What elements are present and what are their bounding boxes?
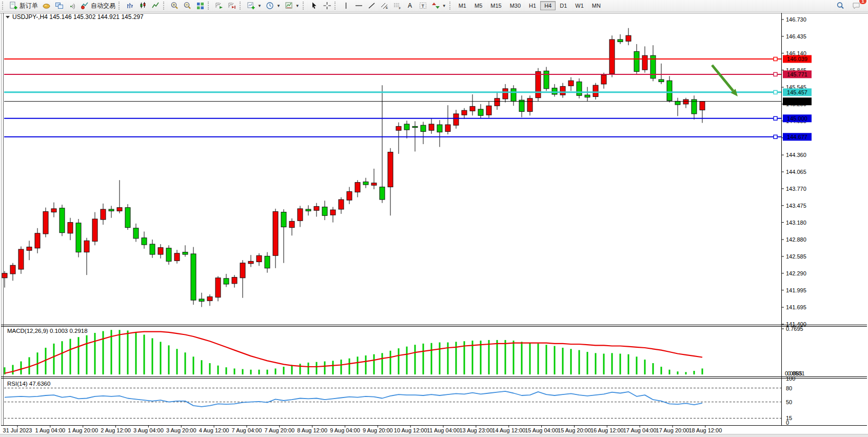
tile-windows-button[interactable]: [194, 1, 207, 11]
chart-shift-button[interactable]: [226, 1, 239, 11]
candle-down: [150, 244, 155, 254]
text-label-button[interactable]: T: [417, 1, 429, 11]
candle-down: [577, 82, 582, 95]
line-handle[interactable]: [774, 57, 777, 61]
svg-text:F: F: [399, 7, 401, 10]
candle-down: [183, 252, 188, 254]
crosshair-button[interactable]: [321, 1, 333, 11]
horizontal-line-button[interactable]: [352, 1, 365, 11]
rsi-axis-label: 0: [786, 420, 789, 426]
cursor-button[interactable]: [308, 1, 321, 11]
price-tick-label: 142.290: [786, 270, 806, 276]
zoom-in-button[interactable]: [168, 1, 181, 11]
time-tick-label: 15 Aug 04:00: [525, 427, 558, 433]
terminal-screens-icon: [55, 2, 64, 10]
candle-up: [92, 219, 97, 241]
signal-icon: [68, 2, 76, 10]
candle-down: [281, 212, 286, 227]
candle-down: [421, 125, 426, 131]
time-tick-label: 3 Aug 04:00: [133, 427, 164, 433]
vertical-line-button[interactable]: [340, 1, 352, 11]
periods-button[interactable]: ▼: [264, 1, 283, 11]
candle-up: [462, 110, 467, 115]
candle-down: [404, 124, 409, 130]
line-handle[interactable]: [774, 135, 777, 138]
equidistant-channel-icon: E: [380, 2, 389, 10]
bar-chart-button[interactable]: [124, 1, 136, 11]
candle-down: [142, 238, 147, 245]
templates-button[interactable]: ▼: [283, 1, 302, 11]
timeframe-w1-button[interactable]: W1: [571, 1, 588, 10]
candle-down: [511, 89, 516, 102]
candle-up: [273, 211, 278, 255]
fibonacci-button[interactable]: F: [391, 1, 404, 11]
new-chart-button[interactable]: ▼: [245, 1, 264, 11]
price-badge-145.297: 145.297: [783, 97, 812, 105]
toolbar-gripper: [208, 2, 211, 10]
candle-up: [330, 210, 336, 215]
price-tick-label: 143.770: [786, 186, 806, 192]
auto-trading-button[interactable]: 自动交易: [78, 1, 117, 11]
timeframe-m15-button[interactable]: M15: [486, 1, 505, 10]
rsi-label: RSI(14) 47.6360: [7, 381, 50, 387]
timeframe-mn-button[interactable]: MN: [588, 1, 605, 10]
price-tick-label: 142.880: [786, 236, 806, 243]
timeframe-h1-button[interactable]: H1: [525, 1, 540, 10]
symbol-header[interactable]: USDJPY-,H4 145.146 145.302 144.921 145.2…: [6, 13, 144, 21]
candle-up: [396, 126, 401, 130]
candle-down: [634, 51, 639, 71]
price-badge-145.457: 145.457: [783, 88, 812, 96]
crosshair-icon: [323, 2, 331, 10]
text-button[interactable]: A: [404, 1, 417, 11]
candle-down: [166, 248, 171, 262]
line-handle[interactable]: [774, 72, 777, 76]
gold-ingot-button[interactable]: [40, 1, 53, 11]
price-tick-label: 142.585: [786, 253, 806, 260]
price-badge-146.039: 146.039: [783, 55, 812, 63]
trendline-icon: [367, 2, 376, 10]
auto-scroll-button[interactable]: [213, 1, 226, 11]
time-tick-label: 1 Aug 04:00: [35, 427, 65, 433]
equidistant-channel-button[interactable]: E: [378, 1, 391, 11]
zoom-out-button[interactable]: [181, 1, 194, 11]
arrows-button[interactable]: ▼: [429, 1, 448, 11]
signal-button[interactable]: [66, 1, 78, 11]
time-tick-label: 3 Aug 20:00: [166, 427, 196, 433]
text-icon: A: [406, 2, 415, 10]
trendline-button[interactable]: [365, 1, 378, 11]
timeframe-d1-button[interactable]: D1: [556, 1, 571, 10]
candle-up: [371, 183, 377, 185]
text-label-icon: T: [419, 2, 427, 10]
time-tick-label: 4 Aug 12:00: [199, 427, 229, 433]
zoom-out-icon: [183, 2, 192, 10]
line-handle[interactable]: [774, 116, 777, 120]
search-button[interactable]: [834, 1, 847, 11]
timeframe-m5-button[interactable]: M5: [470, 1, 486, 10]
price-tick-label: 146.435: [786, 33, 806, 39]
price-tick-label: 146.730: [786, 16, 806, 23]
time-tick-label: 16 Aug 12:00: [590, 427, 624, 433]
toolbar-gripper: [119, 2, 122, 10]
candle-up: [117, 208, 122, 211]
timeframe-m1-button[interactable]: M1: [455, 1, 470, 10]
line-handle[interactable]: [774, 90, 777, 94]
candle-down: [552, 88, 557, 94]
svg-text:146.039: 146.039: [787, 56, 807, 62]
candle-up: [339, 200, 344, 209]
time-tick-label: 15 Aug 20:00: [558, 427, 591, 433]
candle-up: [626, 35, 631, 41]
chart-window: 146.730146.435146.140145.845145.545145.2…: [0, 12, 868, 437]
toolbar-gripper: [2, 2, 6, 10]
candlestick-button[interactable]: [136, 1, 149, 11]
time-tick-label: 13 Aug 23:00: [459, 427, 492, 433]
tile-windows-icon: [196, 2, 205, 10]
svg-text:145.771: 145.771: [787, 71, 807, 77]
candle-down: [380, 187, 385, 200]
timeframe-m30-button[interactable]: M30: [506, 1, 525, 10]
new-order-button[interactable]: 新订单: [7, 1, 40, 11]
line-chart-button[interactable]: [149, 1, 162, 11]
terminal-screens-button[interactable]: [53, 1, 66, 11]
candle-up: [240, 263, 245, 278]
timeframe-h4-button[interactable]: H4: [540, 1, 556, 10]
svg-text:144.677: 144.677: [787, 134, 807, 140]
